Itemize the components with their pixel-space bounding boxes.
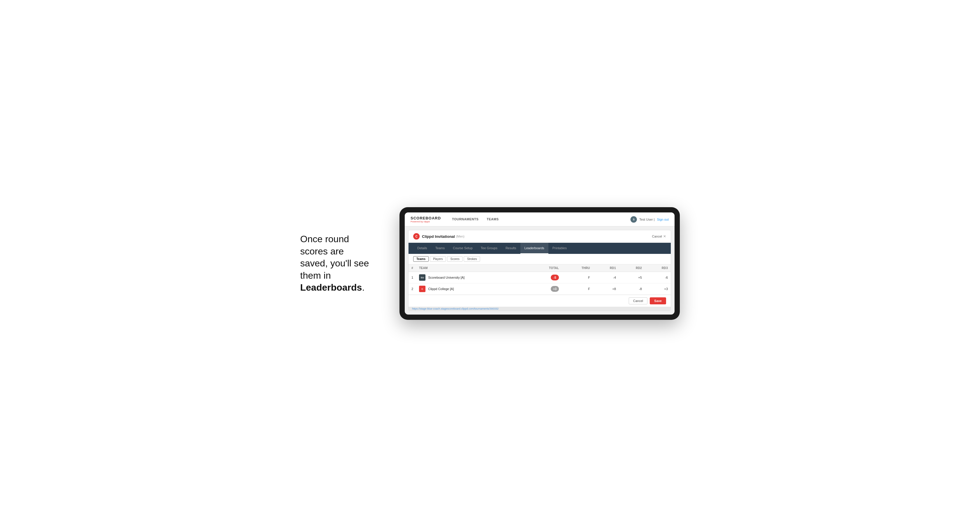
tab-details[interactable]: Details xyxy=(413,243,431,254)
rank-cell: 2 xyxy=(409,283,416,295)
desc-period: . xyxy=(362,282,365,293)
tab-printables[interactable]: Printables xyxy=(549,243,571,254)
brand-title: SCOREBOARD xyxy=(410,216,441,220)
close-icon: ✕ xyxy=(663,234,666,238)
team-name: Clippd College [A] xyxy=(428,287,454,290)
score-badge: +3 xyxy=(551,286,559,292)
user-avatar: S xyxy=(630,216,637,223)
col-rd2: RD2 xyxy=(619,264,645,272)
sub-btn-scores[interactable]: Scores xyxy=(447,256,463,262)
thru-cell: F xyxy=(562,272,593,283)
tab-tee-groups[interactable]: Tee Groups xyxy=(477,243,501,254)
col-team: TEAM xyxy=(416,264,528,272)
sub-toolbar: Teams Players Scores Strokes xyxy=(409,254,671,264)
sub-btn-players[interactable]: Players xyxy=(430,256,446,262)
footer-bar: Cancel Save xyxy=(409,295,671,307)
leaderboard-table: # TEAM TOTAL THRU RD1 RD2 RD3 1 SU Score… xyxy=(409,264,671,295)
rank-cell: 1 xyxy=(409,272,416,283)
tab-leaderboards[interactable]: Leaderboards xyxy=(520,243,549,254)
tab-course-setup[interactable]: Course Setup xyxy=(449,243,477,254)
table-header-row: # TEAM TOTAL THRU RD1 RD2 RD3 xyxy=(409,264,671,272)
col-thru: THRU xyxy=(562,264,593,272)
desc-line2: scores are xyxy=(300,246,344,257)
page-wrapper: Once round scores are saved, you'll see … xyxy=(300,207,680,320)
rd1-cell: -4 xyxy=(593,272,619,283)
top-nav: SCOREBOARD Powered by clippd TOURNAMENTS… xyxy=(405,213,675,227)
desc-line3: saved, you'll see xyxy=(300,258,369,268)
tablet-frame: SCOREBOARD Powered by clippd TOURNAMENTS… xyxy=(399,207,680,320)
sign-out-link[interactable]: Sign out xyxy=(657,218,669,221)
sub-btn-strokes[interactable]: Strokes xyxy=(464,256,480,262)
total-cell: -5 xyxy=(528,272,562,283)
table-row: 1 SU Scoreboard University [A] -5 F -4 +… xyxy=(409,272,671,283)
tab-teams[interactable]: Teams xyxy=(431,243,449,254)
rd2-cell: +5 xyxy=(619,272,645,283)
score-badge: -5 xyxy=(551,275,559,281)
left-description: Once round scores are saved, you'll see … xyxy=(300,233,382,294)
tournament-icon: C xyxy=(413,233,420,240)
nav-right: S Test User | Sign out xyxy=(630,216,669,223)
tab-results[interactable]: Results xyxy=(501,243,520,254)
nav-teams[interactable]: TEAMS xyxy=(483,213,503,227)
sub-btn-teams[interactable]: Teams xyxy=(413,256,429,262)
tournament-header: C Clippd Invitational (Men) Cancel ✕ xyxy=(409,230,671,243)
brand-sub: Powered by clippd xyxy=(410,220,441,223)
total-cell: +3 xyxy=(528,283,562,295)
user-name: Test User | xyxy=(639,218,654,221)
tab-bar: Details Teams Course Setup Tee Groups Re… xyxy=(409,243,671,254)
team-cell: C Clippd College [A] xyxy=(416,283,528,295)
rd2-cell: -8 xyxy=(619,283,645,295)
rd1-cell: +8 xyxy=(593,283,619,295)
header-cancel-button[interactable]: Cancel ✕ xyxy=(652,234,666,238)
tournament-name: Clippd Invitational xyxy=(422,234,455,239)
desc-line1: Once round xyxy=(300,234,349,244)
col-rd1: RD1 xyxy=(593,264,619,272)
brand: SCOREBOARD Powered by clippd xyxy=(410,216,441,223)
col-rd3: RD3 xyxy=(645,264,671,272)
main-content: C Clippd Invitational (Men) Cancel ✕ Det… xyxy=(408,230,671,311)
rd3-cell: +3 xyxy=(645,283,671,295)
tournament-gender: (Men) xyxy=(456,235,465,238)
status-bar: https://stage-blue-coach.stagescoreboard… xyxy=(409,307,671,311)
rd3-cell: -6 xyxy=(645,272,671,283)
col-rank: # xyxy=(409,264,416,272)
team-name: Scoreboard University [A] xyxy=(428,276,465,279)
desc-line5-bold: Leaderboards xyxy=(300,282,362,293)
desc-line4: them in xyxy=(300,270,331,281)
team-cell: SU Scoreboard University [A] xyxy=(416,272,528,283)
team-logo: C xyxy=(419,286,425,292)
team-logo: SU xyxy=(419,274,425,281)
thru-cell: F xyxy=(562,283,593,295)
tablet-screen: SCOREBOARD Powered by clippd TOURNAMENTS… xyxy=(405,213,675,314)
nav-links: TOURNAMENTS TEAMS xyxy=(448,213,630,227)
table-row: 2 C Clippd College [A] +3 F +8 -8 +3 xyxy=(409,283,671,295)
footer-cancel-button[interactable]: Cancel xyxy=(629,297,648,304)
status-url: https://stage-blue-coach.stagescoreboard… xyxy=(412,307,498,310)
nav-tournaments[interactable]: TOURNAMENTS xyxy=(448,213,483,227)
footer-save-button[interactable]: Save xyxy=(650,297,666,304)
col-total: TOTAL xyxy=(528,264,562,272)
